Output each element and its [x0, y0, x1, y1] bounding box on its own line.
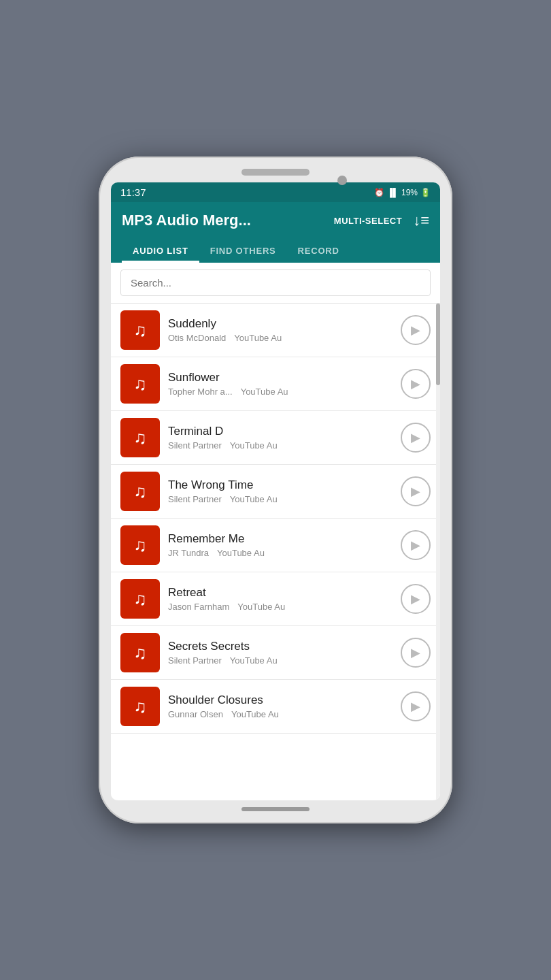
play-button[interactable]: ▶	[401, 369, 431, 399]
list-item: ♫ Remember Me JR Tundra YouTube Au ▶	[111, 519, 440, 572]
home-indicator[interactable]	[241, 807, 310, 811]
audio-info: Suddenly Otis McDonald YouTube Au	[168, 317, 393, 343]
audio-info: Shoulder Closures Gunnar Olsen YouTube A…	[168, 693, 393, 719]
music-note-icon: ♫	[133, 589, 147, 610]
status-bar: 11:37 ⏰ ▐▌ 19% 🔋	[111, 182, 440, 202]
music-note-icon: ♫	[133, 642, 147, 664]
music-note-icon: ♫	[133, 320, 147, 341]
audio-source: YouTube Au	[241, 387, 288, 397]
status-time: 11:37	[120, 186, 146, 198]
play-button[interactable]: ▶	[401, 691, 431, 721]
tab-audio-list[interactable]: AUDIO LIST	[122, 239, 199, 263]
audio-artist: Otis McDonald	[168, 333, 226, 343]
phone-screen: 11:37 ⏰ ▐▌ 19% 🔋 MP3 Audio Merg... MULTI…	[111, 182, 440, 800]
audio-info: Sunflower Topher Mohr a... YouTube Au	[168, 371, 393, 397]
audio-meta: Silent Partner YouTube Au	[168, 494, 393, 504]
audio-thumbnail: ♫	[120, 579, 160, 619]
audio-artist: Silent Partner	[168, 440, 222, 451]
list-item: ♫ Terminal D Silent Partner YouTube Au ▶	[111, 411, 440, 465]
phone-speaker	[241, 169, 310, 176]
audio-artist: Gunnar Olsen	[168, 709, 223, 719]
audio-meta: Otis McDonald YouTube Au	[168, 333, 393, 343]
audio-meta: Jason Farnham YouTube Au	[168, 602, 393, 612]
list-item: ♫ The Wrong Time Silent Partner YouTube …	[111, 465, 440, 519]
audio-title: Shoulder Closures	[168, 693, 393, 707]
header-actions: MULTI-SELECT ↓≡	[334, 212, 429, 229]
audio-source: YouTube Au	[231, 709, 279, 719]
audio-title: Suddenly	[168, 317, 393, 331]
status-icons: ⏰ ▐▌ 19% 🔋	[374, 188, 431, 197]
scrollbar-track	[436, 304, 440, 800]
audio-artist: Silent Partner	[168, 494, 222, 504]
signal-icon: ▐▌	[387, 188, 399, 197]
audio-artist: Silent Partner	[168, 655, 222, 666]
audio-title: Secrets Secrets	[168, 640, 393, 653]
multi-select-button[interactable]: MULTI-SELECT	[334, 216, 402, 226]
list-item: ♫ Sunflower Topher Mohr a... YouTube Au …	[111, 357, 440, 411]
audio-artist: Jason Farnham	[168, 602, 229, 612]
play-button[interactable]: ▶	[401, 476, 431, 506]
play-button[interactable]: ▶	[401, 584, 431, 614]
audio-thumbnail: ♫	[120, 633, 160, 672]
audio-info: Remember Me JR Tundra YouTube Au	[168, 532, 393, 558]
search-input[interactable]	[120, 270, 431, 296]
audio-thumbnail: ♫	[120, 310, 160, 350]
audio-list: ♫ Suddenly Otis McDonald YouTube Au ▶ ♫	[111, 304, 440, 800]
audio-title: Sunflower	[168, 371, 393, 385]
audio-thumbnail: ♫	[120, 418, 160, 457]
audio-artist: Topher Mohr a...	[168, 387, 233, 397]
music-note-icon: ♫	[133, 696, 147, 717]
app-title: MP3 Audio Merg...	[122, 212, 251, 229]
audio-title: Retreat	[168, 586, 393, 600]
audio-source: YouTube Au	[234, 333, 282, 343]
audio-thumbnail: ♫	[120, 364, 160, 404]
audio-source: YouTube Au	[217, 548, 265, 558]
app-header: MP3 Audio Merg... MULTI-SELECT ↓≡ AUDIO …	[111, 202, 440, 263]
scrollbar-thumb[interactable]	[436, 304, 440, 385]
music-note-icon: ♫	[133, 427, 147, 448]
search-bar	[111, 263, 440, 304]
list-item: ♫ Suddenly Otis McDonald YouTube Au ▶	[111, 304, 440, 357]
audio-title: Terminal D	[168, 425, 393, 438]
audio-info: Terminal D Silent Partner YouTube Au	[168, 425, 393, 451]
audio-info: The Wrong Time Silent Partner YouTube Au	[168, 478, 393, 504]
audio-title: Remember Me	[168, 532, 393, 546]
audio-thumbnail: ♫	[120, 687, 160, 726]
audio-meta: Topher Mohr a... YouTube Au	[168, 387, 393, 397]
audio-source: YouTube Au	[230, 494, 278, 504]
music-note-icon: ♫	[133, 374, 147, 395]
list-item: ♫ Retreat Jason Farnham YouTube Au ▶	[111, 572, 440, 626]
play-button[interactable]: ▶	[401, 423, 431, 453]
audio-source: YouTube Au	[230, 655, 278, 666]
tabs: AUDIO LIST FIND OTHERS RECORD	[122, 239, 429, 263]
header-top: MP3 Audio Merg... MULTI-SELECT ↓≡	[122, 212, 429, 229]
audio-source: YouTube Au	[237, 602, 285, 612]
sort-icon[interactable]: ↓≡	[413, 212, 429, 229]
audio-title: The Wrong Time	[168, 478, 393, 492]
play-button[interactable]: ▶	[401, 530, 431, 560]
audio-thumbnail: ♫	[120, 472, 160, 511]
tab-find-others[interactable]: FIND OTHERS	[199, 239, 287, 263]
battery-icon: 🔋	[420, 188, 431, 197]
content-area: ♫ Suddenly Otis McDonald YouTube Au ▶ ♫	[111, 263, 440, 800]
audio-artist: JR Tundra	[168, 548, 209, 558]
play-button[interactable]: ▶	[401, 315, 431, 345]
tab-record[interactable]: RECORD	[287, 239, 350, 263]
phone-frame: 11:37 ⏰ ▐▌ 19% 🔋 MP3 Audio Merg... MULTI…	[99, 157, 452, 823]
phone-camera	[337, 176, 347, 185]
play-button[interactable]: ▶	[401, 638, 431, 668]
audio-source: YouTube Au	[230, 440, 278, 451]
audio-meta: Silent Partner YouTube Au	[168, 440, 393, 451]
audio-meta: Gunnar Olsen YouTube Au	[168, 709, 393, 719]
audio-meta: Silent Partner YouTube Au	[168, 655, 393, 666]
list-item: ♫ Shoulder Closures Gunnar Olsen YouTube…	[111, 680, 440, 734]
music-note-icon: ♫	[133, 481, 147, 502]
audio-info: Secrets Secrets Silent Partner YouTube A…	[168, 640, 393, 666]
audio-meta: JR Tundra YouTube Au	[168, 548, 393, 558]
audio-info: Retreat Jason Farnham YouTube Au	[168, 586, 393, 612]
battery-percent: 19%	[401, 188, 418, 197]
list-item: ♫ Secrets Secrets Silent Partner YouTube…	[111, 626, 440, 680]
music-note-icon: ♫	[133, 535, 147, 556]
alarm-icon: ⏰	[374, 188, 384, 197]
audio-thumbnail: ♫	[120, 525, 160, 565]
